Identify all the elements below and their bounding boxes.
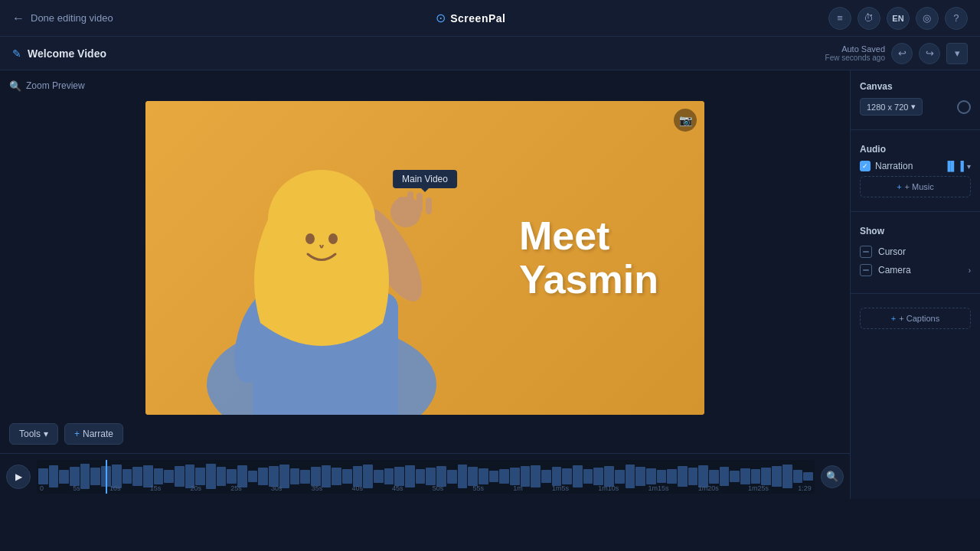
time-markers: 0 5s 10s 15s 20s 25s 30s 35s 40s 45s 50s…	[37, 484, 815, 492]
tools-row: Tools ▾ + Narrate	[0, 415, 850, 453]
waveform-bar	[761, 468, 771, 485]
camera-expand-icon[interactable]: ›	[969, 266, 971, 275]
tools-button[interactable]: Tools ▾	[9, 423, 58, 445]
time-marker-15s: 15s	[150, 484, 162, 492]
waveform-bar	[122, 469, 132, 484]
panel-divider-2	[851, 211, 980, 212]
zoom-preview-button[interactable]: 🔍 Zoom Preview	[9, 80, 85, 92]
search-timeline-button[interactable]: 🔍	[821, 465, 844, 488]
canvas-section-title: Canvas	[860, 81, 971, 92]
waveform-bar	[803, 472, 813, 481]
show-section: Show Cursor Camera ›	[860, 226, 971, 279]
waveform-bar	[709, 470, 719, 484]
zoom-search-icon: 🔍	[9, 80, 21, 92]
time-marker-25s: 25s	[230, 484, 242, 492]
camera-toggle-box[interactable]	[860, 264, 872, 276]
video-title: Welcome Video	[28, 47, 106, 60]
timeline-cursor: 0:09.12	[106, 460, 107, 494]
time-marker-20s: 20s	[190, 484, 201, 492]
svg-rect-13	[426, 197, 432, 214]
narration-checkbox[interactable]: ✓	[860, 161, 871, 171]
time-marker-40s: 40s	[351, 484, 363, 492]
waveform-bar	[447, 470, 457, 484]
cursor-toggle-box[interactable]	[860, 246, 872, 258]
waveform-bar	[70, 467, 80, 486]
camera-snapshot-button[interactable]: 📷	[674, 109, 697, 132]
add-music-plus-icon: +	[897, 182, 901, 191]
waveform-bar	[562, 468, 572, 485]
waveform-bar	[384, 468, 394, 485]
meet-text: Meet	[519, 214, 658, 258]
waveform-bar	[720, 467, 730, 486]
captions-plus-icon: +	[891, 314, 896, 323]
waveform-bar	[740, 468, 750, 485]
back-arrow-icon: ←	[12, 11, 24, 25]
time-marker-55s: 55s	[473, 484, 485, 492]
narrate-button-label: Narrate	[83, 429, 113, 439]
waveform-bar	[593, 468, 603, 485]
video-preview: Meet Yasmin 📷	[145, 101, 704, 415]
narration-chevron-icon[interactable]: ▾	[967, 162, 971, 171]
waveform-bar	[479, 468, 488, 485]
tools-chevron-icon: ▾	[44, 429, 48, 439]
camera-label: Camera	[878, 265, 911, 276]
audio-section: Audio ✓ Narration ▐▌▐ ▾ + + Music	[860, 144, 971, 197]
nav-language-button[interactable]: EN	[887, 7, 910, 30]
add-captions-button[interactable]: + + Captions	[860, 308, 971, 329]
zoom-preview-label: Zoom Preview	[26, 80, 85, 91]
narrate-button[interactable]: + Narrate	[64, 423, 123, 445]
auto-saved-status: Auto Saved Few seconds ago	[825, 44, 885, 62]
add-music-button[interactable]: + + Music	[860, 176, 971, 197]
narration-left: ✓ Narration	[860, 161, 913, 171]
show-cursor-item[interactable]: Cursor	[860, 243, 971, 261]
redo-button[interactable]: ↪	[919, 43, 940, 64]
auto-saved-time: Few seconds ago	[825, 54, 885, 62]
undo-button[interactable]: ↩	[891, 43, 913, 64]
waveform-bar	[667, 469, 677, 484]
svg-rect-12	[416, 193, 423, 213]
yasmin-text: Yasmin	[519, 258, 658, 302]
waveform-bar	[248, 471, 258, 481]
waveform-bar	[132, 467, 142, 486]
more-options-button[interactable]: ▾	[946, 43, 968, 64]
play-button[interactable]: ▶	[6, 465, 31, 489]
nav-history-icon[interactable]: ⏱	[858, 7, 880, 30]
waveform-bar	[730, 471, 740, 481]
waveform[interactable]: 0:09.12 0 5s 10s 15s 20s 25s 30s 35s 40s…	[37, 460, 815, 494]
edit-title-icon[interactable]: ✎	[12, 47, 21, 60]
waveform-bar	[342, 469, 352, 484]
main-content: 🔍 Zoom Preview Main Video	[0, 70, 980, 499]
svg-point-8	[305, 233, 315, 244]
narration-right: ▐▌▐ ▾	[944, 161, 971, 171]
back-button[interactable]: ← Done editing video	[12, 11, 113, 25]
audio-section-title: Audio	[860, 144, 971, 155]
time-marker-30s: 30s	[271, 484, 283, 492]
audio-bars-icon[interactable]: ▐▌▐	[944, 161, 964, 171]
waveform-bar	[59, 470, 69, 484]
nav-help-icon[interactable]: ?	[945, 7, 968, 30]
canvas-size-row: 980 x 551 ▾	[860, 98, 971, 116]
toolbar-actions: Auto Saved Few seconds ago ↩ ↪ ▾	[825, 43, 968, 64]
narrate-plus-icon: +	[74, 429, 80, 439]
show-section-title: Show	[860, 226, 971, 236]
show-camera-item[interactable]: Camera ›	[860, 261, 971, 279]
waveform-bar	[227, 469, 237, 484]
canvas-size-button[interactable]: 980 x 551 ▾	[860, 98, 923, 116]
waveform-bar	[541, 470, 551, 482]
nav-menu-icon[interactable]: ≡	[828, 7, 851, 30]
person-figure	[168, 101, 513, 415]
tools-button-label: Tools	[19, 429, 41, 439]
nav-settings-icon[interactable]: ◎	[916, 7, 939, 30]
time-marker-0: 0	[40, 484, 44, 492]
waveform-bar	[646, 468, 656, 485]
waveform-bar	[615, 470, 625, 484]
waveform-bar	[258, 468, 268, 485]
panel-divider-1	[851, 129, 980, 130]
canvas-color-picker[interactable]	[957, 100, 971, 114]
waveform-bar	[217, 467, 227, 486]
screenpal-logo-icon: ⊙	[436, 11, 446, 25]
waveform-bar	[394, 467, 404, 486]
video-background: Meet Yasmin 📷	[145, 101, 704, 415]
canvas-size-chevron-icon: ▾	[911, 102, 916, 112]
captions-label: + Captions	[899, 314, 939, 323]
